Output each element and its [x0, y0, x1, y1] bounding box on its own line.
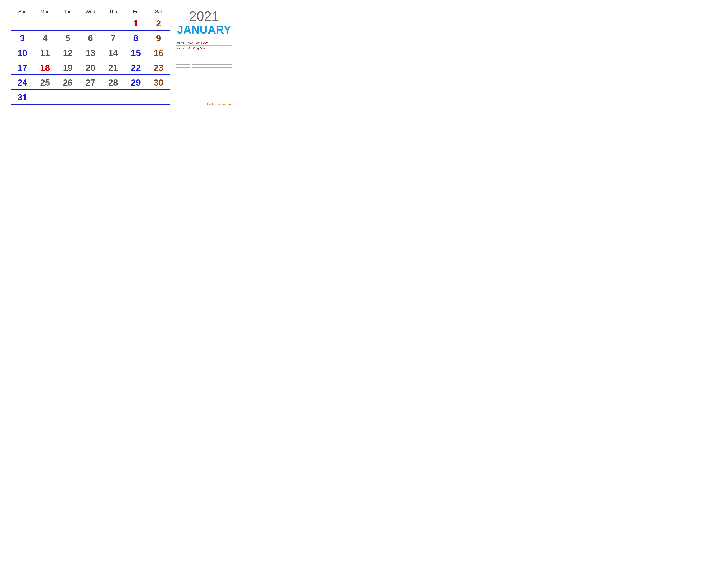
dow-header: SunMonTueWedThuFriSat — [11, 9, 170, 15]
day-cell-empty-2 — [56, 17, 79, 30]
day-cell-19: 19 — [56, 61, 79, 74]
week-row-4: 24252627282930 — [11, 76, 170, 89]
day-cell-1: 1 — [124, 17, 147, 30]
day-cell-12: 12 — [56, 46, 79, 59]
note-row-1 — [176, 56, 232, 59]
note-row-3 — [176, 62, 232, 65]
day-cell-4: 4 — [34, 32, 56, 44]
note-date-line-9 — [176, 82, 190, 82]
note-text-line-0 — [192, 56, 232, 56]
note-text-line-9 — [192, 82, 232, 82]
day-cell-6: 6 — [79, 32, 102, 44]
day-cell-16: 16 — [147, 46, 170, 59]
day-cell-7: 7 — [102, 32, 124, 44]
holiday-list: Jan 01New Year's DayJan 18M L King Day — [176, 40, 232, 52]
day-cell-empty-6 — [147, 91, 170, 103]
holiday-name-1: M L King Day — [188, 47, 205, 50]
week-underline-3 — [11, 74, 170, 75]
day-cell-24: 24 — [11, 76, 34, 89]
note-date-line-6 — [176, 73, 190, 73]
day-cell-21: 21 — [102, 61, 124, 74]
note-row-0 — [176, 54, 232, 56]
note-text-line-8 — [192, 79, 232, 79]
holiday-item-0: Jan 01New Year's Day — [176, 40, 232, 45]
day-cell-5: 5 — [56, 32, 79, 44]
day-cell-25: 25 — [34, 76, 56, 89]
week-row-1: 3456789 — [11, 32, 170, 44]
note-text-line-6 — [192, 73, 232, 73]
day-cell-15: 15 — [124, 46, 147, 59]
week-underline-5 — [11, 104, 170, 105]
holiday-date-1: Jan 18 — [176, 47, 185, 50]
day-cell-20: 20 — [79, 61, 102, 74]
day-cell-empty-1 — [34, 17, 56, 30]
day-cell-empty-0 — [11, 17, 34, 30]
day-cell-23: 23 — [147, 61, 170, 74]
week-underline-4 — [11, 89, 170, 90]
day-cell-10: 10 — [11, 46, 34, 59]
note-row-2 — [176, 59, 232, 62]
dow-cell-fri: Fri — [124, 9, 147, 15]
day-cell-empty-4 — [102, 91, 124, 103]
week-row-3: 17181920212223 — [11, 61, 170, 74]
week-underline-2 — [11, 60, 170, 60]
day-cell-3: 3 — [11, 32, 34, 44]
dow-cell-tue: Tue — [56, 9, 79, 15]
day-cell-26: 26 — [56, 76, 79, 89]
weeks-container: 1234567891011121314151617181920212223242… — [11, 17, 170, 105]
month-label: JANUARY — [176, 24, 232, 36]
dow-cell-wed: Wed — [79, 9, 102, 15]
note-row-8 — [176, 77, 232, 79]
day-cell-empty-2 — [56, 91, 79, 103]
note-text-line-4 — [192, 67, 232, 68]
note-row-9 — [176, 79, 232, 82]
day-cell-13: 13 — [79, 46, 102, 59]
holiday-name-0: New Year's Day — [188, 41, 208, 44]
day-cell-8: 8 — [124, 32, 147, 44]
note-date-line-1 — [176, 59, 190, 59]
calendar-wrapper: SunMonTueWedThuFriSat 123456789101112131… — [11, 9, 232, 105]
note-row-4 — [176, 65, 232, 68]
day-cell-empty-1 — [34, 91, 56, 103]
day-cell-29: 29 — [124, 76, 147, 89]
note-date-line-3 — [176, 64, 190, 65]
holiday-date-0: Jan 01 — [176, 41, 185, 44]
year-label: 2021 — [176, 9, 232, 24]
day-cell-11: 11 — [34, 46, 56, 59]
holiday-divider-0 — [176, 45, 232, 46]
sidebar: 2021 JANUARY Jan 01New Year's DayJan 18M… — [170, 9, 232, 105]
day-cell-14: 14 — [102, 46, 124, 59]
note-row-7 — [176, 74, 232, 77]
day-cell-empty-3 — [79, 91, 102, 103]
week-underline-1 — [11, 45, 170, 45]
note-date-line-8 — [176, 79, 190, 79]
day-cell-18: 18 — [34, 61, 56, 74]
day-cell-27: 27 — [79, 76, 102, 89]
day-cell-17: 17 — [11, 61, 34, 74]
note-date-line-0 — [176, 56, 190, 56]
week-row-0: 12 — [11, 17, 170, 30]
day-cell-9: 9 — [147, 32, 170, 44]
calendar-grid: SunMonTueWedThuFriSat 123456789101112131… — [11, 9, 170, 105]
note-row-6 — [176, 71, 232, 74]
notes-section — [176, 54, 232, 101]
note-date-line-4 — [176, 67, 190, 68]
note-text-line-3 — [192, 64, 232, 65]
dow-cell-sun: Sun — [11, 9, 34, 15]
week-underline-0 — [11, 30, 170, 31]
footer-website: blank-calendar.com — [176, 103, 232, 105]
week-row-5: 31 — [11, 91, 170, 103]
day-cell-30: 30 — [147, 76, 170, 89]
dow-cell-thu: Thu — [102, 9, 124, 15]
day-cell-22: 22 — [124, 61, 147, 74]
day-cell-empty-5 — [124, 91, 147, 103]
dow-cell-sat: Sat — [147, 9, 170, 15]
day-cell-31: 31 — [11, 91, 34, 103]
dow-cell-mon: Mon — [34, 9, 56, 15]
day-cell-empty-4 — [102, 17, 124, 30]
day-cell-28: 28 — [102, 76, 124, 89]
note-row-5 — [176, 68, 232, 71]
holiday-item-1: Jan 18M L King Day — [176, 46, 232, 51]
day-cell-2: 2 — [147, 17, 170, 30]
note-text-line-1 — [192, 59, 232, 59]
